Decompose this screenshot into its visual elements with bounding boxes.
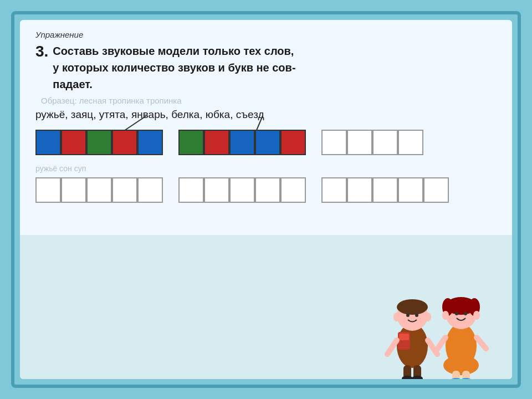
svg-point-24 <box>464 312 467 315</box>
empty-3-1 <box>178 177 204 203</box>
svg-point-7 <box>393 313 400 321</box>
block-2-1 <box>178 130 204 155</box>
empty-4-3 <box>372 177 398 203</box>
empty-block-1-4 <box>398 130 423 155</box>
empty-4-5 <box>423 177 449 203</box>
svg-point-14 <box>412 376 423 379</box>
outer-frame: Упражнение 3. Составь звуковые модели то… <box>11 11 521 388</box>
empty-3-4 <box>255 177 280 203</box>
empty-block-1-3 <box>372 130 398 155</box>
svg-point-26 <box>473 311 480 320</box>
block-1-5 <box>137 130 163 155</box>
bottom-section <box>20 235 512 379</box>
faded-words-below: ружьё сон суп <box>35 164 497 173</box>
svg-point-13 <box>402 376 413 379</box>
exercise-label: Упражнение <box>35 30 497 39</box>
svg-point-6 <box>415 314 418 317</box>
block-1-3 <box>86 130 112 155</box>
svg-line-15 <box>387 340 397 354</box>
svg-rect-27 <box>452 371 460 379</box>
svg-point-8 <box>424 313 431 321</box>
block-2-4 <box>255 130 280 155</box>
block-2-3 <box>229 130 255 155</box>
color-blocks-container <box>35 130 497 155</box>
svg-point-4 <box>397 299 428 315</box>
task-number: 3. <box>35 43 48 60</box>
empty-3-3 <box>229 177 255 203</box>
empty-4-1 <box>321 177 347 203</box>
block-2-5 <box>280 130 306 155</box>
empty-row-2 <box>35 177 497 203</box>
empty-2-3 <box>86 177 112 203</box>
empty-3-2 <box>204 177 229 203</box>
block-1-2 <box>61 130 86 155</box>
svg-point-25 <box>442 311 449 320</box>
svg-point-5 <box>406 314 410 317</box>
model-group-1 <box>35 130 163 155</box>
empty-2-2 <box>61 177 86 203</box>
svg-rect-10 <box>399 334 409 340</box>
svg-point-18 <box>443 355 479 375</box>
inner-card: Упражнение 3. Составь звуковые модели то… <box>20 20 512 379</box>
empty-group-2 <box>35 177 163 203</box>
words-line: ружьё, заяц, утята, январь, белка, юбка,… <box>35 106 497 123</box>
svg-rect-28 <box>462 371 470 379</box>
svg-point-23 <box>455 312 458 315</box>
task-description: Составь звуковые модели только тех слов,… <box>53 43 295 93</box>
empty-2-5 <box>137 177 163 203</box>
svg-line-31 <box>436 337 446 351</box>
block-2-2 <box>204 130 229 155</box>
model-group-2 <box>178 130 306 155</box>
empty-group-3 <box>178 177 306 203</box>
empty-group-1 <box>321 130 423 155</box>
empty-group-4 <box>321 177 449 203</box>
empty-block-1-1 <box>321 130 347 155</box>
empty-3-5 <box>280 177 306 203</box>
empty-2-4 <box>112 177 137 203</box>
children-illustration <box>368 252 501 379</box>
block-1-4 <box>112 130 137 155</box>
empty-4-4 <box>398 177 423 203</box>
empty-block-1-2 <box>347 130 372 155</box>
task-header: 3. Составь звуковые модели только тех сл… <box>35 43 497 93</box>
svg-line-32 <box>477 337 486 349</box>
hint-row: Образец: лесная тропинка тропинка <box>35 96 497 105</box>
empty-2-1 <box>35 177 61 203</box>
empty-4-2 <box>347 177 372 203</box>
svg-line-33 <box>436 351 437 354</box>
models-row-1 <box>35 130 497 155</box>
block-1-1 <box>35 130 61 155</box>
